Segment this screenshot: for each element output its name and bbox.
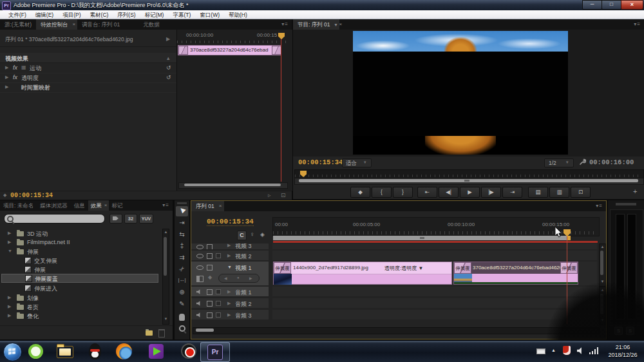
taskbar-item-browser[interactable] xyxy=(28,344,43,359)
unnumbered-marker-icon[interactable]: ◈ xyxy=(260,231,265,238)
rolling-edit-tool[interactable]: ‡ xyxy=(175,242,189,249)
mark-out-button[interactable]: } xyxy=(393,187,413,198)
tab-dropdown-icon[interactable]: ▾ xyxy=(335,19,339,30)
search-input[interactable] xyxy=(4,214,105,224)
expand-icon[interactable]: ▶ xyxy=(8,240,11,245)
program-time-ruler[interactable] xyxy=(294,169,644,178)
export-frame-button[interactable]: ⊡ xyxy=(571,187,591,198)
security-tray-icon[interactable] xyxy=(563,346,571,355)
ecp-h-scrollbar[interactable] xyxy=(178,182,288,189)
program-h-scrollbar[interactable] xyxy=(294,178,644,185)
filter-32bit[interactable]: 32 xyxy=(124,214,137,224)
tree-item-folder[interactable]: ▶叠化 xyxy=(0,311,160,320)
track-lane-video1[interactable]: 1440x900_2d7edf917d28899.jpg 透明度:透明度 ▼ 伸… xyxy=(272,262,597,285)
menu-window[interactable]: 窗口(W) xyxy=(195,10,224,19)
tab-close-icon[interactable]: × xyxy=(73,19,78,30)
track-header-video3-partial[interactable]: ▶ 视频 3 xyxy=(191,243,269,249)
sync-lock-icon[interactable] xyxy=(207,253,213,259)
menu-edit[interactable]: 编辑(E) xyxy=(31,10,58,19)
track-lane-video3[interactable] xyxy=(272,243,597,249)
encore-chapter-marker-icon[interactable]: ♀ xyxy=(250,231,255,238)
mark-in-button[interactable]: { xyxy=(372,187,392,198)
ripple-edit-tool[interactable]: ⇆ xyxy=(175,231,189,238)
maximize-button[interactable]: □ xyxy=(601,0,621,10)
track-header-audio3[interactable]: ▶ 音频 3 xyxy=(191,310,269,319)
expand-icon[interactable]: ▶ xyxy=(8,304,11,309)
timeline-ruler[interactable]: 00:00 00:00:05:00 00:00:10:00 00:00:15:0… xyxy=(272,217,600,236)
panel-menu-icon[interactable]: ▾≡ xyxy=(162,200,173,211)
ecp-playhead-line[interactable] xyxy=(281,39,281,182)
pen-tool[interactable]: ✎ xyxy=(175,300,189,307)
track-header-audio1[interactable]: ▶ 音频 1 xyxy=(191,287,269,296)
settings-wrench-icon[interactable] xyxy=(578,158,586,166)
row-expand-icon[interactable]: ▶ xyxy=(5,75,8,80)
timeline-clip[interactable]: 1440x900_2d7edf917d28899.jpg 透明度:透明度 ▼ 伸… xyxy=(273,262,452,285)
tree-item-folder[interactable]: ▶FilmImpact.net II xyxy=(0,238,160,247)
taskbar-item-explorer[interactable] xyxy=(57,346,73,358)
tab-project[interactable]: 项目: 未命名 xyxy=(0,200,37,211)
speaker-icon[interactable] xyxy=(196,301,202,306)
menu-clip[interactable]: 素材(C) xyxy=(86,10,113,19)
work-area-bar[interactable] xyxy=(273,236,571,240)
tab-info[interactable]: 信息 xyxy=(71,200,88,211)
expand-icon[interactable]: ▼ xyxy=(8,249,12,253)
filter-yuv[interactable]: YUV xyxy=(139,214,153,224)
menu-help[interactable]: 帮助(H) xyxy=(224,10,252,19)
scroll-up-icon[interactable]: ▲ xyxy=(600,245,605,249)
razor-tool[interactable]: ✂ xyxy=(174,261,189,276)
track-lane-audio1[interactable] xyxy=(272,287,597,296)
prev-keyframe-icon[interactable]: ◀ xyxy=(224,276,227,280)
zoom-tool[interactable] xyxy=(179,325,185,332)
effect-row-motion[interactable]: ▶ fx ▦ 运动 ↺ xyxy=(0,63,176,73)
sync-lock-icon[interactable] xyxy=(207,301,213,307)
fx-badge[interactable]: fx xyxy=(13,64,17,71)
new-bin-icon[interactable] xyxy=(146,330,153,336)
keyframe-dot-icon[interactable]: ● xyxy=(237,276,240,280)
scroll-down-icon[interactable]: ▼ xyxy=(163,317,169,321)
work-area-grip[interactable] xyxy=(420,237,424,239)
row-expand-icon[interactable]: ▶ xyxy=(5,84,8,90)
tab-markers[interactable]: 标记 xyxy=(109,200,125,211)
add-marker-button[interactable]: ◆ xyxy=(350,187,370,198)
set-display-style-icon[interactable] xyxy=(196,276,204,282)
ecp-ruler-ticks[interactable] xyxy=(177,41,288,43)
keyframe-navigator[interactable]: ◀ ● ▶ xyxy=(218,274,260,283)
ecp-timecode[interactable]: 00:00:15:34 xyxy=(10,192,53,199)
minimize-button[interactable]: ─ xyxy=(582,0,602,10)
marker-icon[interactable]: ◆ xyxy=(3,193,6,198)
tab-sequence[interactable]: 序列 01 xyxy=(191,201,219,211)
timeline-clip-selected[interactable]: 370ace8df53227a204d64c76ebad4620.jpg 透▼ … xyxy=(453,262,578,285)
video-effects-section[interactable]: 视频效果 ▴ xyxy=(0,53,176,63)
reset-icon[interactable]: ↺ xyxy=(166,74,171,81)
start-button[interactable] xyxy=(3,343,22,361)
panel-menu-icon[interactable]: ▾≡ xyxy=(281,19,292,30)
tab-close-icon[interactable]: × xyxy=(104,200,109,211)
scroll-thumb[interactable] xyxy=(184,184,281,186)
hand-tool[interactable] xyxy=(179,314,185,321)
scroll-thumb[interactable] xyxy=(600,251,603,275)
playback-resolution-dropdown[interactable]: 1/2 ▾ xyxy=(544,158,574,167)
ecp-footer-icon[interactable]: ⊡ xyxy=(281,192,286,198)
collapse-icon[interactable]: ▶ xyxy=(227,289,231,294)
timeline-h-scrollbar[interactable] xyxy=(193,327,600,334)
row-expand-icon[interactable]: ▶ xyxy=(5,65,8,70)
track-lock-icon[interactable] xyxy=(216,312,221,318)
tab-media-browser[interactable]: 媒体浏览器 xyxy=(37,200,71,211)
collapse-icon[interactable]: ▶ xyxy=(227,312,231,318)
lift-button[interactable]: ▤ xyxy=(528,187,548,198)
step-forward-button[interactable]: |▶ xyxy=(481,187,501,198)
track-header-video2[interactable]: ▶ 视频 2 xyxy=(191,251,269,260)
tab-audio-mixer[interactable]: 调音台: 序列 01 xyxy=(77,19,124,30)
ecp-clip-bar[interactable]: 370ace8df53227a204d64c76ebad xyxy=(178,45,281,55)
play-button[interactable]: ▶ xyxy=(460,187,480,198)
collapse-icon[interactable]: ▶ xyxy=(227,301,231,306)
effect-row-opacity[interactable]: ▶ fx 透明度 ↺ xyxy=(0,73,176,83)
ecp-clip-header[interactable]: 序列 01 * 370ace8df53227a204d64c76ebad4620… xyxy=(0,30,176,47)
network-icon[interactable] xyxy=(589,347,598,354)
goto-in-button[interactable]: ⇤ xyxy=(417,187,437,198)
goto-out-button[interactable]: ⇥ xyxy=(502,187,522,198)
tab-effect-controls[interactable]: 特效控制台 xyxy=(36,19,73,30)
expand-icon[interactable]: ▶ xyxy=(8,295,11,300)
menu-title[interactable]: 字幕(T) xyxy=(168,10,195,19)
ecp-playhead-marker[interactable] xyxy=(278,33,285,39)
